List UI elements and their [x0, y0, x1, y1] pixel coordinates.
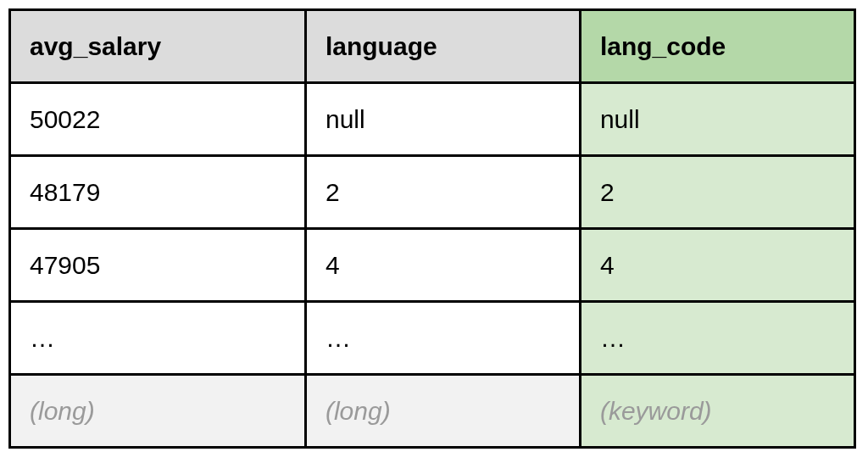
column-header-language: language	[305, 10, 580, 83]
cell-ellipsis: …	[305, 302, 580, 375]
table-row: 50022 null null	[10, 83, 855, 156]
column-header-lang-code: lang_code	[580, 10, 854, 83]
data-table: avg_salary language lang_code 50022 null…	[8, 8, 856, 449]
cell-avg-salary: 47905	[10, 229, 306, 302]
cell-type-lang-code: (keyword)	[580, 375, 854, 448]
table-type-row: (long) (long) (keyword)	[10, 375, 855, 448]
cell-language: 2	[305, 156, 580, 229]
table-row: 48179 2 2	[10, 156, 855, 229]
cell-ellipsis: …	[10, 302, 306, 375]
cell-language: null	[305, 83, 580, 156]
cell-language: 4	[305, 229, 580, 302]
cell-avg-salary: 50022	[10, 83, 306, 156]
table-row-ellipsis: … … …	[10, 302, 855, 375]
cell-ellipsis: …	[580, 302, 854, 375]
cell-lang-code: null	[580, 83, 854, 156]
column-header-avg-salary: avg_salary	[10, 10, 306, 83]
table-row: 47905 4 4	[10, 229, 855, 302]
table-header-row: avg_salary language lang_code	[10, 10, 855, 83]
cell-lang-code: 4	[580, 229, 854, 302]
cell-avg-salary: 48179	[10, 156, 306, 229]
cell-type-language: (long)	[305, 375, 580, 448]
cell-type-avg-salary: (long)	[10, 375, 306, 448]
cell-lang-code: 2	[580, 156, 854, 229]
